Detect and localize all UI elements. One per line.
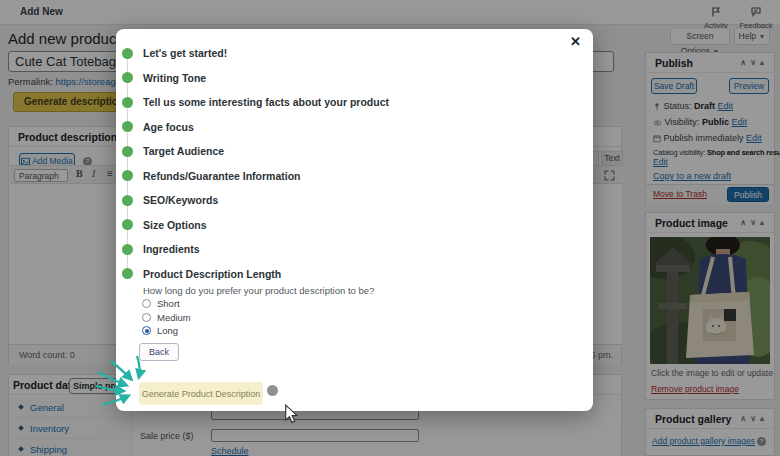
step-complete-icon: [122, 97, 133, 108]
wizard-step[interactable]: Writing Tone: [122, 66, 389, 91]
step-complete-icon: [122, 170, 133, 181]
wizard-step[interactable]: Age focus: [122, 115, 389, 140]
radio-icon[interactable]: [142, 313, 151, 322]
close-icon[interactable]: ✕: [570, 34, 581, 49]
wizard-step[interactable]: Ingredients: [122, 237, 389, 262]
length-option-label: Medium: [157, 312, 191, 323]
step-complete-icon: [122, 268, 133, 279]
wizard-step[interactable]: Let's get started!: [122, 41, 389, 66]
length-option[interactable]: Medium: [142, 311, 191, 325]
wordpress-admin-screen: Add New Activity Feedback Screen Options…: [0, 0, 780, 456]
wizard-step[interactable]: Product Description Length: [122, 262, 389, 287]
length-option[interactable]: Long: [142, 324, 191, 338]
length-options: Short Medium Long: [142, 297, 191, 338]
step-title: Size Options: [143, 219, 207, 231]
radio-icon[interactable]: [142, 299, 151, 308]
step-title: Tell us some interesting facts about you…: [143, 96, 389, 108]
step-title: Product Description Length: [143, 268, 281, 280]
step-title: Age focus: [143, 121, 194, 133]
step-complete-icon: [122, 195, 133, 206]
step-complete-icon: [122, 244, 133, 255]
step-title: Target Audience: [143, 145, 224, 157]
step-title: SEO/Keywords: [143, 194, 218, 206]
ai-wizard-modal: ✕ Let's get started! Writing Tone Tell u…: [116, 29, 593, 411]
generate-product-description-button[interactable]: Generate Product Description: [139, 382, 263, 405]
step-complete-icon: [122, 48, 133, 59]
wizard-step[interactable]: SEO/Keywords: [122, 188, 389, 213]
step-title: Ingredients: [143, 243, 200, 255]
step-title: Refunds/Guarantee Information: [143, 170, 301, 182]
length-option[interactable]: Short: [142, 297, 191, 311]
stepper: Let's get started! Writing Tone Tell us …: [122, 41, 389, 286]
wizard-step[interactable]: Tell us some interesting facts about you…: [122, 90, 389, 115]
length-option-label: Long: [157, 325, 178, 336]
step-complete-icon: [122, 146, 133, 157]
wizard-step[interactable]: Size Options: [122, 213, 389, 238]
length-option-label: Short: [157, 298, 180, 309]
step-title: Let's get started!: [143, 47, 227, 59]
wizard-step[interactable]: Refunds/Guarantee Information: [122, 164, 389, 189]
step-complete-icon: [122, 72, 133, 83]
radio-icon[interactable]: [142, 326, 151, 335]
wizard-step[interactable]: Target Audience: [122, 139, 389, 164]
step-title: Writing Tone: [143, 72, 206, 84]
length-question: How long do you prefer your product desc…: [143, 285, 374, 296]
back-button[interactable]: Back: [139, 343, 179, 361]
step-complete-icon: [122, 121, 133, 132]
step-complete-icon: [122, 219, 133, 230]
spinner-dot: [267, 385, 278, 396]
